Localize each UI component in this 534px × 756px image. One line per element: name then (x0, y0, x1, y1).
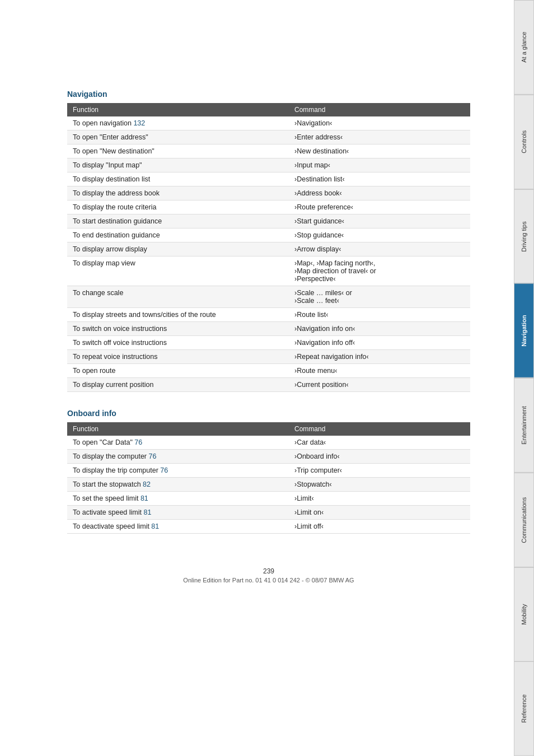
command-cell: ›Route preference‹ (289, 200, 470, 214)
main-content: Navigation Function Command To open navi… (0, 0, 493, 756)
table-row: To open navigation 132›Navigation‹ (67, 116, 470, 130)
table-row: To display "Input map"›Input map‹ (67, 158, 470, 172)
sidebar-tabs: At a glanceControlsDriving tipsNavigatio… (514, 0, 534, 756)
page-link[interactable]: 82 (143, 480, 151, 488)
command-cell: ›Input map‹ (289, 158, 470, 172)
table-row: To display the computer 76›Onboard info‹ (67, 450, 470, 464)
function-cell: To open "Enter address" (67, 130, 289, 144)
function-cell: To open navigation 132 (67, 116, 289, 130)
onboard-table: Function Command To open "Car Data" 76›C… (67, 422, 470, 534)
command-cell: ›Arrow display‹ (289, 242, 470, 256)
onboard-section: Onboard info Function Command To open "C… (67, 409, 470, 534)
table-row: To open "New destination"›New destinatio… (67, 144, 470, 158)
command-cell: ›Navigation info on‹ (289, 322, 470, 336)
table-row: To display current position›Current posi… (67, 378, 470, 392)
table-row: To display streets and towns/cities of t… (67, 308, 470, 322)
nav-table-header-row: Function Command (67, 103, 470, 116)
table-row: To end destination guidance›Stop guidanc… (67, 228, 470, 242)
function-cell: To display current position (67, 378, 289, 392)
table-row: To open "Car Data" 76›Car data‹ (67, 436, 470, 450)
command-cell: ›Route menu‹ (289, 364, 470, 378)
page-link[interactable]: 76 (160, 466, 168, 474)
function-cell: To repeat voice instructions (67, 350, 289, 364)
table-row: To set the speed limit 81›Limit‹ (67, 492, 470, 506)
command-cell: ›Route list‹ (289, 308, 470, 322)
table-row: To switch on voice instructions›Navigati… (67, 322, 470, 336)
navigation-section: Navigation Function Command To open navi… (67, 90, 470, 392)
function-cell: To display the route criteria (67, 200, 289, 214)
table-row: To start destination guidance›Start guid… (67, 214, 470, 228)
sidebar-tab-mobility[interactable]: Mobility (514, 567, 534, 662)
table-row: To display arrow display›Arrow display‹ (67, 242, 470, 256)
sidebar-tab-driving-tips[interactable]: Driving tips (514, 189, 534, 284)
table-row: To display the route criteria›Route pref… (67, 200, 470, 214)
function-cell: To open "New destination" (67, 144, 289, 158)
function-cell: To display arrow display (67, 242, 289, 256)
table-row: To display the trip computer 76›Trip com… (67, 464, 470, 478)
table-row: To display map view›Map‹, ›Map facing no… (67, 256, 470, 286)
function-cell: To activate speed limit 81 (67, 506, 289, 520)
command-cell: ›Destination list‹ (289, 172, 470, 186)
command-cell: ›Car data‹ (289, 436, 470, 450)
footer-text: Online Edition for Part no. 01 41 0 014 … (183, 577, 354, 584)
sidebar-tab-entertainment[interactable]: Entertainment (514, 378, 534, 473)
page-link[interactable]: 76 (134, 438, 142, 446)
command-cell: ›Navigation info off‹ (289, 336, 470, 350)
command-cell: ›Limit‹ (289, 492, 470, 506)
onboard-col-function: Function (67, 422, 289, 436)
table-row: To change scale›Scale … miles‹ or ›Scale… (67, 286, 470, 308)
navigation-heading: Navigation (67, 90, 470, 99)
page-link[interactable]: 81 (143, 508, 151, 516)
function-cell: To open route (67, 364, 289, 378)
function-cell: To switch off voice instructions (67, 336, 289, 350)
page-link[interactable]: 81 (151, 522, 159, 530)
command-cell: ›Map‹, ›Map facing north‹, ›Map directio… (289, 256, 470, 286)
sidebar-tab-navigation[interactable]: Navigation (514, 283, 534, 378)
function-cell: To start the stopwatch 82 (67, 478, 289, 492)
function-cell: To display "Input map" (67, 158, 289, 172)
function-cell: To display the computer 76 (67, 450, 289, 464)
command-cell: ›Onboard info‹ (289, 450, 470, 464)
table-row: To open "Enter address"›Enter address‹ (67, 130, 470, 144)
function-cell: To display the address book (67, 186, 289, 200)
onboard-heading: Onboard info (67, 409, 470, 418)
function-cell: To change scale (67, 286, 289, 308)
function-cell: To open "Car Data" 76 (67, 436, 289, 450)
page-link[interactable]: 76 (149, 452, 157, 460)
command-cell: ›Current position‹ (289, 378, 470, 392)
page-number: 239 (67, 567, 470, 575)
command-cell: ›Repeat navigation info‹ (289, 350, 470, 364)
sidebar-tab-communications[interactable]: Communications (514, 473, 534, 567)
command-cell: ›Stop guidance‹ (289, 228, 470, 242)
function-cell: To set the speed limit 81 (67, 492, 289, 506)
function-cell: To start destination guidance (67, 214, 289, 228)
onboard-col-command: Command (289, 422, 470, 436)
function-cell: To end destination guidance (67, 228, 289, 242)
nav-col-command: Command (289, 103, 470, 116)
command-cell: ›New destination‹ (289, 144, 470, 158)
table-row: To activate speed limit 81›Limit on‹ (67, 506, 470, 520)
function-cell: To switch on voice instructions (67, 322, 289, 336)
sidebar-tab-reference[interactable]: Reference (514, 661, 534, 756)
function-cell: To display map view (67, 256, 289, 286)
table-row: To display the address book›Address book… (67, 186, 470, 200)
nav-col-function: Function (67, 103, 289, 116)
table-row: To open route›Route menu‹ (67, 364, 470, 378)
table-row: To deactivate speed limit 81›Limit off‹ (67, 520, 470, 534)
sidebar-tab-at-a-glance[interactable]: At a glance (514, 0, 534, 95)
command-cell: ›Limit off‹ (289, 520, 470, 534)
command-cell: ›Scale … miles‹ or ›Scale … feet‹ (289, 286, 470, 308)
page-link[interactable]: 81 (140, 494, 148, 502)
table-row: To start the stopwatch 82›Stopwatch‹ (67, 478, 470, 492)
function-cell: To display streets and towns/cities of t… (67, 308, 289, 322)
command-cell: ›Trip computer‹ (289, 464, 470, 478)
function-cell: To deactivate speed limit 81 (67, 520, 289, 534)
command-cell: ›Start guidance‹ (289, 214, 470, 228)
sidebar-tab-controls[interactable]: Controls (514, 95, 534, 189)
command-cell: ›Address book‹ (289, 186, 470, 200)
footer: 239 Online Edition for Part no. 01 41 0 … (67, 567, 470, 600)
command-cell: ›Enter address‹ (289, 130, 470, 144)
page-link[interactable]: 132 (133, 119, 145, 127)
command-cell: ›Limit on‹ (289, 506, 470, 520)
function-cell: To display destination list (67, 172, 289, 186)
